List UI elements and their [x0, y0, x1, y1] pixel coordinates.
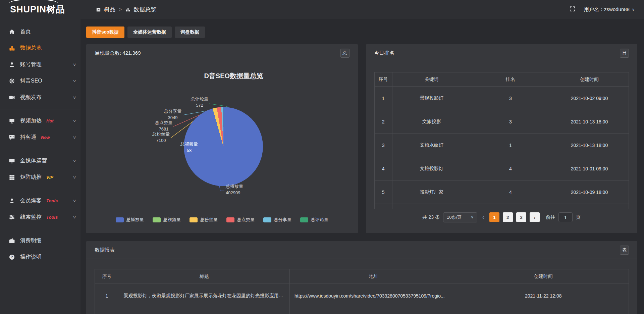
sidebar-item-video-publish[interactable]: 视频发布 ∨: [0, 89, 80, 106]
pie-label-plays: 总播放量402909: [226, 184, 269, 196]
sidebar-item-douketong[interactable]: 抖客通 New ∨: [0, 129, 80, 146]
sidebar-item-media-operation[interactable]: 全媒体运营 ∨: [0, 153, 80, 169]
legend-item-videos[interactable]: 总视频量: [153, 217, 181, 223]
report-table: 序号 标题 地址 创建时间 1 景观投影灯，夜游景观投影灯厂家展示展示落花灯在花…: [95, 269, 629, 314]
sidebar: 首页 数据总览 账号管理 ∨ 抖音SEO ∨ 视频发布 ∨ 视频加热 Hot ∨…: [0, 19, 80, 314]
site-icon: [96, 7, 101, 12]
chevron-down-icon: ∨: [471, 215, 474, 219]
breadcrumb-root[interactable]: 树品: [104, 6, 115, 13]
impressions-total-label: 展现量总数: 421,369: [95, 50, 141, 56]
report-url-link[interactable]: https://www.iesdouyin.com/share/video/70…: [290, 283, 458, 308]
page-button-1[interactable]: 1: [489, 212, 499, 222]
table-row-partial: [95, 308, 629, 314]
sidebar-item-matrix-boost[interactable]: 矩阵助推 VIP ∨: [0, 169, 80, 186]
pie-label-shares: 总分享量3049: [157, 108, 188, 121]
legend-swatch: [190, 217, 198, 222]
data-report-panel: 数据报表 表 序号 标题 地址 创建时间 1 景观投影灯，夜游景观投影灯厂家展示…: [86, 241, 637, 314]
wallet-icon: [9, 238, 15, 244]
overview-panel: 展现量总数: 421,369 总 D音SEO数据量总览 总评论量572 总分: [86, 44, 358, 233]
prev-page-button[interactable]: ‹: [481, 214, 486, 221]
sidebar-item-help[interactable]: ? 操作说明: [0, 249, 80, 265]
svg-text:?: ?: [11, 255, 13, 259]
chevron-down-icon: ∨: [72, 159, 76, 163]
page-button-2[interactable]: 2: [503, 212, 513, 222]
goto-suffix: 页: [576, 214, 581, 220]
table-header-row: 序号 标题 地址 创建时间: [95, 269, 629, 283]
video-camera-icon: [9, 94, 15, 101]
chevron-down-icon: ∨: [72, 175, 76, 179]
legend-swatch: [226, 217, 234, 222]
sidebar-item-data-overview[interactable]: 数据总览: [0, 40, 80, 56]
pie-label-videos: 总视频量58: [171, 141, 208, 154]
pagination-total: 共 23 条: [423, 214, 440, 220]
report-title-cell: 景观投影灯，夜游景观投影灯厂家展示展示落花灯在花园里的灯光投影应用效果 #: [119, 283, 289, 308]
chevron-down-icon: ∨: [72, 119, 76, 123]
data-report-title: 数据报表: [95, 247, 115, 253]
goto-page-input[interactable]: [558, 212, 573, 222]
table-header-row: 序号 关键词 排名 创建时间: [374, 72, 629, 87]
tab-inquiry-data[interactable]: 询盘数据: [175, 27, 205, 38]
table-view-button[interactable]: 表: [620, 246, 629, 255]
pagination: 共 23 条 10条/页 ∨ ‹ 1 2 3 › 前往 页: [366, 212, 638, 222]
new-badge: New: [41, 135, 50, 140]
person-icon: [9, 198, 15, 204]
sliders-icon: [9, 214, 15, 220]
chart-legend: 总播放量 总视频量 总粉丝量 总点赞量: [86, 217, 358, 223]
username-label: 用户名：zswodun88: [584, 6, 630, 13]
fullscreen-icon[interactable]: [570, 6, 575, 13]
breadcrumb: 树品 > 数据总览: [80, 6, 156, 13]
breadcrumb-current: 数据总览: [133, 6, 156, 13]
chevron-down-icon: ∨: [72, 135, 76, 140]
sidebar-divider: [0, 229, 80, 229]
monitor-icon: [9, 158, 15, 164]
today-ranking-title: 今日排名: [374, 50, 394, 56]
table-row: 2 文旅投影 3 2021-10-13 18:00: [374, 110, 629, 134]
table-row-partial: [374, 204, 629, 209]
legend-item-comments[interactable]: 总评论量: [300, 217, 328, 223]
chevron-down-icon: ∨: [72, 95, 76, 100]
sidebar-item-account[interactable]: 账号管理 ∨: [0, 56, 80, 73]
legend-swatch: [300, 217, 308, 222]
goto-label: 前往: [546, 214, 555, 220]
user-menu[interactable]: 用户名：zswodun88 ∨: [584, 6, 635, 13]
page-size-select[interactable]: 10条/页 ∨: [443, 212, 477, 222]
user-icon: [9, 61, 15, 68]
home-icon: [9, 29, 15, 35]
sidebar-item-member[interactable]: 会员爆客 Tools ∨: [0, 193, 80, 209]
legend-item-fans[interactable]: 总粉丝量: [190, 217, 218, 223]
sidebar-item-home[interactable]: 首页: [0, 23, 80, 40]
tab-media-operation-data[interactable]: 全媒体运营数据: [127, 27, 172, 38]
table-row: 1 景观投影灯，夜游景观投影灯厂家展示展示落花灯在花园里的灯光投影应用效果 # …: [95, 283, 629, 308]
pie-label-comments: 总评论量572: [184, 96, 215, 109]
daily-view-button[interactable]: 日: [620, 49, 629, 58]
chevron-down-icon: ∨: [72, 62, 76, 67]
bar-chart-icon: [125, 7, 130, 12]
ranking-table: 序号 关键词 排名 创建时间 1 景观投影灯 3 2021-10-02 09:0…: [374, 72, 629, 209]
pie-label-likes: 总点赞量7681: [148, 120, 179, 133]
table-row: 5 投影灯厂家 4 2021-10-09 18:00: [374, 180, 629, 204]
sidebar-item-expense[interactable]: 消费明细: [0, 232, 80, 249]
chevron-down-icon: ∨: [632, 7, 635, 12]
sidebar-item-clue-monitor[interactable]: 线索监控 Tools ∨: [0, 209, 80, 225]
page-button-3[interactable]: 3: [516, 212, 526, 222]
today-ranking-panel: 今日排名 日 序号 关键词 排名 创建时间 1 景观投影灯 3 2021-10-…: [366, 44, 638, 233]
legend-item-shares[interactable]: 总分享量: [263, 217, 291, 223]
pie-chart: D音SEO数据量总览 总评论量572 总分享量3049 总点赞量7681: [86, 62, 358, 233]
legend-item-plays[interactable]: 总播放量: [116, 217, 144, 223]
question-icon: ?: [9, 254, 15, 260]
sidebar-item-video-heat[interactable]: 视频加热 Hot ∨: [0, 113, 80, 129]
tab-douyin-seo-data[interactable]: 抖音seo数据: [86, 27, 124, 38]
next-page-button[interactable]: ›: [530, 212, 540, 222]
total-view-button[interactable]: 总: [340, 49, 350, 58]
chevron-down-icon: ∨: [72, 199, 76, 203]
sidebar-item-douyin-seo[interactable]: 抖音SEO ∨: [0, 73, 80, 89]
table-row: 3 文旅水纹灯 1 2021-10-13 18:00: [374, 134, 629, 157]
app-logo[interactable]: SHUPIN树品: [0, 3, 80, 15]
top-bar: SHUPIN树品 树品 > 数据总览 用户名：zswodun88 ∨: [0, 0, 644, 19]
sidebar-divider: [0, 109, 80, 109]
legend-swatch: [116, 217, 124, 222]
tools-badge: Tools: [46, 198, 58, 203]
legend-item-likes[interactable]: 总点赞量: [226, 217, 255, 223]
chevron-down-icon: ∨: [72, 79, 76, 83]
sidebar-divider: [0, 149, 80, 149]
